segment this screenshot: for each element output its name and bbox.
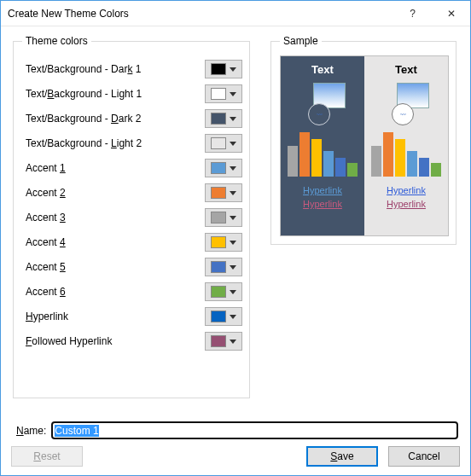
dialog-window: Create New Theme Colors ? ✕ Theme colors…: [0, 0, 471, 476]
chart-bar: [347, 163, 358, 177]
chart-bar: [371, 146, 381, 177]
sample-light-text-label: Text: [395, 63, 417, 76]
color-row-label: Text/Background - Dark 1: [22, 63, 205, 75]
sample-light-followed-hyperlink: Hyperlink: [387, 197, 426, 211]
chart-bar: [323, 151, 334, 177]
sample-dark-followed-hyperlink: Hyperlink: [303, 197, 342, 211]
color-picker-button[interactable]: [205, 60, 242, 78]
chart-bar: [431, 163, 441, 177]
color-swatch: [211, 335, 226, 347]
color-row-label: Text/Background - Light 1: [22, 88, 205, 100]
sample-group: Sample Text 〰 Hyperlink Hyperlink Text: [270, 35, 456, 245]
theme-colors-list: Text/Background - Dark 1Text/Background …: [22, 58, 242, 352]
color-row: Accent 3: [22, 206, 242, 229]
chart-bar: [299, 132, 310, 177]
cancel-button[interactable]: Cancel: [388, 446, 460, 467]
color-row: Text/Background - Dark 1: [22, 58, 242, 80]
sample-light-shape-circle: 〰: [392, 103, 414, 125]
color-picker-button[interactable]: [205, 208, 242, 227]
help-icon: ?: [410, 8, 416, 20]
color-row-label: Accent 5: [22, 261, 205, 273]
chevron-down-icon: [230, 315, 236, 319]
chart-bar: [383, 132, 393, 177]
chevron-down-icon: [230, 191, 236, 195]
chevron-down-icon: [230, 166, 236, 171]
help-button[interactable]: ?: [393, 1, 432, 26]
color-swatch: [211, 137, 226, 149]
sample-preview: Text 〰 Hyperlink Hyperlink Text 〰: [280, 55, 449, 236]
chart-bar: [419, 158, 429, 177]
color-row: Accent 6: [22, 281, 242, 303]
color-row: Hyperlink: [22, 305, 242, 328]
color-picker-button[interactable]: [205, 307, 242, 326]
chevron-down-icon: [230, 117, 236, 121]
reset-button: Reset: [11, 446, 83, 467]
dialog-body: Theme colors Text/Background - Dark 1Tex…: [1, 26, 470, 446]
color-swatch: [211, 311, 226, 322]
color-row-label: Text/Background - Dark 2: [22, 113, 205, 125]
color-swatch: [211, 212, 226, 223]
sample-legend: Sample: [280, 35, 322, 47]
color-picker-button[interactable]: [205, 109, 242, 128]
color-row-label: Accent 3: [22, 212, 205, 223]
name-input[interactable]: [51, 421, 458, 439]
color-row: Accent 5: [22, 256, 242, 278]
color-swatch: [211, 236, 226, 248]
sample-light-bars: [371, 132, 441, 177]
sample-light-links: Hyperlink Hyperlink: [387, 183, 426, 211]
name-label: Name:: [16, 425, 46, 437]
color-picker-button[interactable]: [205, 134, 242, 153]
color-swatch: [211, 261, 226, 273]
name-row: Name:: [16, 421, 458, 439]
save-button[interactable]: Save: [306, 446, 378, 467]
color-row-label: Followed Hyperlink: [22, 335, 205, 347]
sample-light-hyperlink: Hyperlink: [387, 183, 426, 197]
color-swatch: [211, 63, 226, 75]
sample-light-panel: Text 〰 Hyperlink Hyperlink: [364, 56, 448, 235]
chevron-down-icon: [230, 340, 236, 344]
color-row: Accent 1: [22, 157, 242, 179]
color-swatch: [211, 187, 226, 199]
color-picker-button[interactable]: [205, 159, 242, 177]
chart-bar: [288, 146, 298, 177]
color-row: Text/Background - Light 2: [22, 132, 242, 154]
close-icon: ✕: [447, 8, 456, 20]
color-picker-button[interactable]: [205, 332, 242, 351]
theme-colors-legend: Theme colors: [22, 35, 91, 47]
color-picker-button[interactable]: [205, 282, 242, 301]
button-bar: Reset Save Cancel: [1, 446, 470, 475]
color-swatch: [211, 162, 226, 174]
color-swatch: [211, 113, 226, 125]
color-row: Text/Background - Light 1: [22, 83, 242, 105]
color-row: Followed Hyperlink: [22, 330, 242, 352]
color-row-label: Accent 4: [22, 236, 205, 248]
color-picker-button[interactable]: [205, 233, 242, 252]
color-row-label: Accent 2: [22, 187, 205, 199]
sample-dark-panel: Text 〰 Hyperlink Hyperlink: [281, 56, 364, 235]
titlebar: Create New Theme Colors ? ✕: [1, 1, 470, 26]
color-picker-button[interactable]: [205, 183, 242, 202]
chevron-down-icon: [230, 216, 236, 220]
chevron-down-icon: [230, 265, 236, 270]
dialog-title: Create New Theme Colors: [8, 8, 393, 20]
color-row: Text/Background - Dark 2: [22, 107, 242, 130]
chart-bar: [395, 139, 405, 177]
color-row-label: Text/Background - Light 2: [22, 137, 205, 149]
color-picker-button[interactable]: [205, 258, 242, 276]
sample-dark-shape-circle: 〰: [308, 103, 330, 125]
color-row: Accent 2: [22, 182, 242, 204]
sample-dark-bars: [288, 132, 358, 177]
chart-bar: [311, 139, 322, 177]
color-row: Accent 4: [22, 231, 242, 253]
color-picker-button[interactable]: [205, 84, 242, 103]
chevron-down-icon: [230, 92, 236, 96]
color-swatch: [211, 88, 226, 100]
sample-dark-hyperlink: Hyperlink: [303, 183, 342, 197]
chevron-down-icon: [230, 142, 236, 146]
color-row-label: Accent 6: [22, 286, 205, 298]
chart-bar: [407, 151, 417, 177]
chart-bar: [335, 158, 346, 177]
close-button[interactable]: ✕: [432, 1, 470, 26]
color-row-label: Hyperlink: [22, 311, 205, 322]
chevron-down-icon: [230, 290, 236, 294]
